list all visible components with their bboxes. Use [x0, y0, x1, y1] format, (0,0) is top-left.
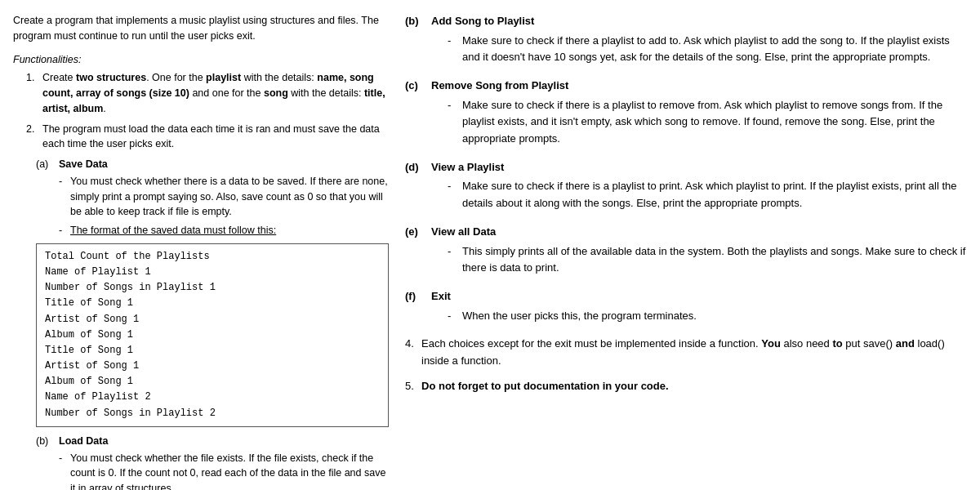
- section-c-body: - Make sure to check if there is a playl…: [405, 97, 967, 148]
- save-bullet-1-text: You must check whether there is a data t…: [70, 174, 389, 220]
- load-label: (b): [36, 434, 59, 449]
- load-title: Load Data: [59, 434, 108, 449]
- right-section-e-header: (e) View all Data: [405, 224, 967, 240]
- section-e-bullet: - This simply prints all of the availabl…: [448, 243, 967, 278]
- section-e-title: View all Data: [431, 224, 496, 240]
- section-e-body: - This simply prints all of the availabl…: [405, 243, 967, 278]
- section-b-title: Add Song to Playlist: [431, 13, 534, 29]
- bottom-item-4-text: Each choices except for the exit must be…: [421, 336, 967, 370]
- box-line-9: Album of Song 1: [45, 374, 380, 390]
- section-e-dash: -: [448, 243, 462, 261]
- section-c-title: Remove Song from Playlist: [431, 78, 568, 94]
- load-bullet-dash: -: [59, 451, 70, 490]
- right-section-d: (d) View a Playlist - Make sure to check…: [405, 159, 967, 212]
- section-d-body: - Make sure to check if there is a playl…: [405, 178, 967, 212]
- item-1: 1. Create two structures. One for the pl…: [13, 70, 389, 152]
- right-section-e: (e) View all Data - This simply prints a…: [405, 224, 967, 277]
- box-line-5: Artist of Song 1: [45, 312, 380, 327]
- section-b-dash: -: [448, 33, 462, 50]
- load-section: (b) Load Data - You must check whether t…: [13, 434, 389, 490]
- section-f-dash: -: [448, 308, 462, 325]
- item-1-text: Create two structures. One for the playl…: [42, 70, 389, 116]
- save-format-box: Total Count of the Playlists Name of Pla…: [36, 243, 389, 427]
- item-2-number: 2.: [26, 122, 42, 137]
- box-line-3: Number of Songs in Playlist 1: [45, 280, 380, 296]
- load-bullet-text: You must check whether the file exists. …: [70, 451, 389, 490]
- bottom-item-5-number: 5.: [405, 378, 421, 395]
- right-section-b-header: (b) Add Song to Playlist: [405, 13, 967, 29]
- section-b-text: Make sure to check if there a playlist t…: [462, 33, 967, 67]
- section-c-dash: -: [448, 97, 462, 114]
- item-1-number: 1.: [26, 70, 42, 86]
- box-line-1: Total Count of the Playlists: [45, 249, 380, 265]
- right-section-f-header: (f) Exit: [405, 288, 967, 305]
- box-line-7: Title of Song 1: [45, 343, 380, 359]
- bottom-item-5: 5. Do not forget to put documentation in…: [405, 378, 967, 395]
- box-line-6: Album of Song 1: [45, 327, 380, 343]
- intro-text: Create a program that implements a music…: [13, 13, 389, 44]
- box-line-10: Name of Playlist 2: [45, 390, 380, 405]
- right-column: (b) Add Song to Playlist - Make sure to …: [405, 13, 967, 490]
- save-bullet-1-dash: -: [59, 174, 70, 220]
- section-f-letter: (f): [405, 288, 431, 305]
- item-2-text: The program must load the data each time…: [42, 122, 389, 153]
- section-d-title: View a Playlist: [431, 159, 504, 176]
- save-label: (a): [36, 157, 59, 172]
- box-line-4: Title of Song 1: [45, 296, 380, 311]
- section-c-bullet: - Make sure to check if there is a playl…: [448, 97, 967, 148]
- section-c-letter: (c): [405, 78, 431, 94]
- left-column: Create a program that implements a music…: [13, 13, 389, 490]
- section-f-bullet: - When the user picks this, the program …: [448, 308, 967, 325]
- section-b-bullet: - Make sure to check if there a playlist…: [448, 33, 967, 67]
- section-e-text: This simply prints all of the available …: [462, 243, 967, 278]
- section-b-body: - Make sure to check if there a playlist…: [405, 33, 967, 67]
- right-section-b: (b) Add Song to Playlist - Make sure to …: [405, 13, 967, 66]
- save-title: Save Data: [59, 157, 108, 172]
- section-f-title: Exit: [431, 288, 451, 305]
- section-f-text: When the user picks this, the program te…: [462, 308, 967, 325]
- right-section-d-header: (d) View a Playlist: [405, 159, 967, 176]
- box-line-8: Artist of Song 1: [45, 359, 380, 374]
- save-bullet-2-dash: -: [59, 223, 70, 238]
- box-line-2: Name of Playlist 1: [45, 265, 380, 280]
- section-d-letter: (d): [405, 159, 431, 176]
- functionalities-title: Functionalities:: [13, 52, 389, 68]
- right-section-c: (c) Remove Song from Playlist - Make sur…: [405, 78, 967, 148]
- section-c-text: Make sure to check if there is a playlis…: [462, 97, 967, 148]
- save-bullet-2-text: The format of the saved data must follow…: [70, 223, 276, 238]
- right-section-f: (f) Exit - When the user picks this, the…: [405, 288, 967, 324]
- section-d-dash: -: [448, 178, 462, 195]
- section-d-text: Make sure to check if there is a playlis…: [462, 178, 967, 212]
- bottom-item-4-number: 4.: [405, 336, 421, 353]
- section-d-bullet: - Make sure to check if there is a playl…: [448, 178, 967, 212]
- section-b-letter: (b): [405, 13, 431, 29]
- right-section-c-header: (c) Remove Song from Playlist: [405, 78, 967, 94]
- section-e-letter: (e): [405, 224, 431, 240]
- bottom-item-5-text: Do not forget to put documentation in yo…: [421, 378, 669, 395]
- box-line-11: Number of Songs in Playlist 2: [45, 406, 380, 421]
- section-f-body: - When the user picks this, the program …: [405, 308, 967, 325]
- bottom-item-4: 4. Each choices except for the exit must…: [405, 336, 967, 370]
- save-section: (a) Save Data - You must check whether t…: [13, 157, 389, 427]
